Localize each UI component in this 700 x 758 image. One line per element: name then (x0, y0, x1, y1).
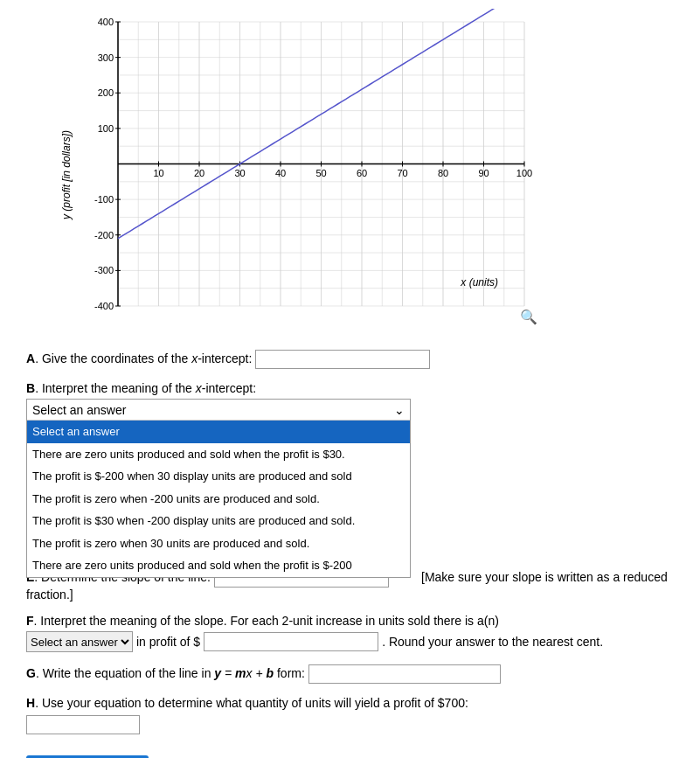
question-f-select[interactable]: Select an answer (26, 631, 133, 652)
question-b-label: B (26, 381, 35, 395)
x-axis-label: x (units) (461, 276, 498, 289)
question-h-input[interactable] (26, 715, 140, 734)
question-g: G. Write the equation of the line in y =… (26, 664, 683, 684)
dropdown-b-header[interactable]: Select an answer ⌄ (27, 400, 410, 421)
question-f: F. Interpret the meaning of the slope. F… (26, 614, 683, 652)
question-g-label: G (26, 666, 36, 680)
dropdown-option-5[interactable]: The profit is zero when 30 units are pro… (27, 532, 410, 555)
dropdown-option-0[interactable]: Select an answer (27, 421, 410, 443)
question-b-text: . Interpret the meaning of the x-interce… (35, 381, 256, 395)
y-axis-label: y (profit [in dollars]) (60, 130, 73, 219)
question-b: B. Interpret the meaning of the x-interc… (26, 381, 683, 556)
question-h: H. Use your equation to determine what q… (26, 696, 683, 734)
question-a: A. Give the coordinates of the x-interce… (26, 350, 683, 369)
x-var-a: x (191, 351, 198, 365)
dropdown-b-selected: Select an answer (32, 403, 126, 417)
dropdown-option-6[interactable]: There are zero units produced and sold w… (27, 554, 410, 577)
dropdown-b[interactable]: Select an answer ⌄ Select an answer Ther… (26, 399, 411, 578)
dropdown-option-4[interactable]: The profit is $30 when -200 display unit… (27, 510, 410, 532)
question-g-input[interactable] (308, 664, 501, 684)
question-a-text: . Give the coordinates of the x-intercep… (35, 351, 255, 365)
line-chart (70, 9, 542, 341)
equation-display: y = mx + b (214, 666, 274, 680)
question-a-label: A (26, 351, 35, 365)
dropdown-option-3[interactable]: The profit is zero when -200 units are p… (27, 488, 410, 511)
question-f-text2: in profit of $ (136, 635, 200, 649)
question-a-input[interactable] (255, 350, 430, 369)
question-h-label: H (26, 696, 35, 710)
chart-area: y (profit [in dollars]) x (units) (70, 9, 568, 341)
question-f-text3: . Round your answer to the nearest cent. (382, 635, 603, 649)
dropdown-option-2[interactable]: The profit is $-200 when 30 display unit… (27, 465, 410, 488)
question-g-text: . Write the equation of the line in y = … (36, 666, 308, 680)
question-f-input[interactable] (204, 632, 378, 651)
x-var-b: x (196, 381, 202, 395)
dropdown-chevron-icon: ⌄ (394, 403, 405, 417)
question-f-label: F (26, 614, 34, 628)
question-h-text: . Use your equation to determine what qu… (35, 696, 468, 710)
questions-container: A. Give the coordinates of the x-interce… (26, 350, 683, 758)
question-f-text: . Interpret the meaning of the slope. Fo… (34, 614, 499, 628)
dropdown-option-1[interactable]: There are zero units produced and sold w… (27, 443, 410, 466)
